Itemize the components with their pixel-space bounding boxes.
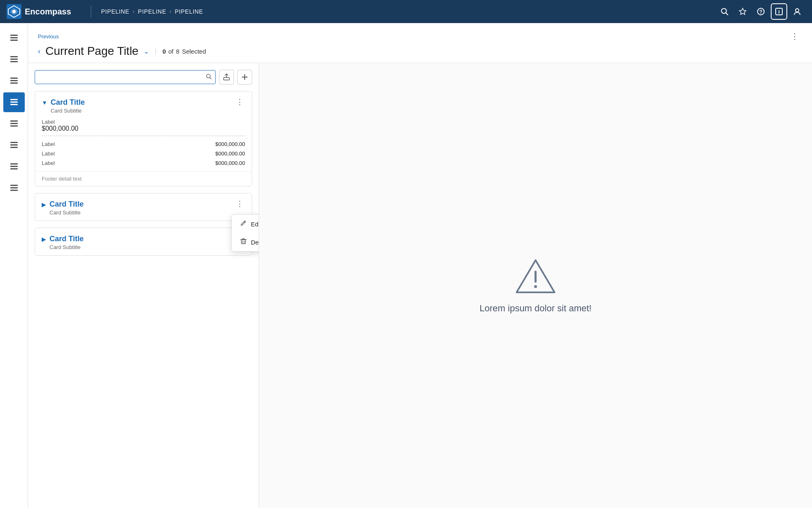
card-1-main-label: Label	[42, 119, 245, 125]
svg-point-51	[534, 285, 537, 288]
card-1: ▼ Card Title Card Subtitle ⋮ Label $000,…	[35, 91, 252, 186]
sidebar-item-2[interactable]	[3, 49, 25, 69]
card-1-footer: Footer detail text	[35, 171, 252, 186]
card-2-title-wrap: ▶ Card Title Card Subtitle	[42, 200, 84, 216]
svg-rect-27	[10, 142, 18, 143]
page-title: Current Page Title	[45, 45, 139, 58]
card-2-title[interactable]: Card Title	[50, 200, 84, 209]
svg-rect-18	[10, 78, 18, 79]
breadcrumb-item-3[interactable]: PIPELINE	[175, 8, 203, 15]
svg-text:i: i	[778, 9, 780, 15]
card-3-title-wrap: ▶ Card Title Card Subtitle	[42, 235, 84, 250]
export-button[interactable]	[219, 70, 234, 85]
sidebar-item-8[interactable]	[3, 178, 25, 198]
breadcrumb-chevron-2: ›	[170, 9, 172, 14]
svg-rect-22	[10, 101, 18, 103]
card-1-row-1: Label $000,000.00	[42, 139, 245, 149]
star-icon	[739, 7, 747, 16]
list-icon-6	[9, 141, 19, 150]
page-title-dropdown-icon[interactable]: ⌄	[144, 47, 149, 55]
add-icon	[241, 73, 248, 81]
context-menu: Edit	[231, 214, 259, 252]
card-1-title[interactable]: Card Title	[51, 98, 85, 107]
card-1-row-3-value: $000,000.00	[215, 160, 245, 166]
context-menu-delete[interactable]: Delete	[232, 233, 259, 251]
edit-icon	[240, 220, 247, 228]
card-1-row-2-label: Label	[42, 151, 55, 157]
card-1-row-3-label: Label	[42, 160, 55, 166]
card-3-chevron[interactable]: ▶	[42, 236, 46, 242]
help-button[interactable]: ?	[753, 3, 769, 20]
svg-rect-33	[10, 185, 18, 186]
svg-rect-12	[10, 35, 18, 36]
svg-rect-28	[10, 144, 18, 146]
info-button[interactable]: i	[771, 3, 787, 20]
card-2-wrapper: ▶ Card Title Card Subtitle ⋮	[35, 193, 252, 221]
card-1-body: Label $000,000.00 Label $000,000.00 Labe…	[35, 119, 252, 171]
card-1-more-button[interactable]: ⋮	[234, 98, 245, 106]
svg-rect-25	[10, 123, 18, 124]
nav-actions: ? i	[716, 3, 805, 20]
svg-rect-26	[10, 125, 18, 127]
svg-rect-16	[10, 59, 18, 60]
sidebar-item-4[interactable]	[3, 92, 25, 112]
user-button[interactable]	[789, 3, 805, 20]
card-1-chevron[interactable]: ▼	[42, 99, 47, 106]
card-2-more-button[interactable]: ⋮	[234, 200, 245, 207]
svg-rect-35	[10, 190, 18, 191]
list-icon-8	[9, 183, 19, 193]
search-input-wrap	[35, 70, 216, 84]
card-2-title-text-wrap: Card Title Card Subtitle	[50, 200, 84, 216]
main-content: Previous ⋮ ‹ Current Page Title ⌄ 0 of 8…	[28, 23, 812, 508]
svg-line-5	[726, 13, 728, 15]
breadcrumb-item-1[interactable]: PIPELINE	[101, 8, 130, 15]
sidebar-item-3[interactable]	[3, 71, 25, 91]
card-2-subtitle: Card Subtitle	[50, 209, 84, 216]
nav-divider	[91, 5, 91, 18]
breadcrumb-item-2[interactable]: PIPELINE	[138, 8, 166, 15]
search-nav-icon	[720, 7, 729, 16]
warning-icon-wrap	[515, 258, 556, 295]
sidebar-item-1[interactable]	[3, 28, 25, 48]
context-menu-edit[interactable]: Edit	[232, 215, 259, 233]
page-title-row: ‹ Current Page Title ⌄ 0 of 8 Selected	[38, 45, 802, 63]
page-nav-row: Previous ⋮	[38, 30, 802, 43]
info-icon: i	[775, 7, 783, 16]
svg-rect-38	[224, 78, 229, 80]
list-icon-4	[9, 98, 19, 107]
top-nav: Encompass PIPELINE › PIPELINE › PIPELINE…	[0, 0, 812, 23]
previous-link[interactable]: Previous	[38, 33, 59, 40]
context-menu-edit-label: Edit	[251, 221, 259, 228]
card-3-title[interactable]: Card Title	[50, 235, 84, 243]
svg-rect-24	[10, 120, 18, 122]
search-nav-button[interactable]	[716, 3, 733, 20]
page-more-button[interactable]: ⋮	[787, 30, 802, 43]
svg-rect-13	[10, 37, 18, 38]
sidebar-item-5[interactable]	[3, 114, 25, 134]
search-input[interactable]	[35, 70, 216, 84]
list-icon-5	[9, 119, 19, 128]
export-icon	[223, 73, 230, 81]
back-button[interactable]: ‹	[38, 47, 40, 56]
svg-rect-34	[10, 187, 18, 188]
warning-icon	[515, 258, 556, 295]
left-panel: ▼ Card Title Card Subtitle ⋮ Label $000,…	[28, 63, 259, 508]
svg-rect-17	[10, 61, 18, 62]
encompass-logo-icon	[7, 4, 21, 19]
sidebar-item-6[interactable]	[3, 135, 25, 155]
selection-info: 0 of 8 Selected	[156, 48, 206, 55]
card-1-main-row: Label $000,000.00	[42, 119, 245, 132]
card-2-chevron[interactable]: ▶	[42, 201, 46, 208]
svg-marker-6	[739, 8, 746, 14]
favorites-button[interactable]	[734, 3, 751, 20]
card-1-header: ▼ Card Title Card Subtitle ⋮	[35, 92, 252, 119]
sidebar-item-7[interactable]	[3, 157, 25, 176]
add-button[interactable]	[237, 70, 252, 85]
user-icon	[793, 7, 801, 16]
right-panel: Lorem ipsum dolor sit amet!	[259, 63, 812, 508]
svg-rect-19	[10, 80, 18, 81]
svg-rect-14	[10, 40, 18, 41]
app-layout: Previous ⋮ ‹ Current Page Title ⌄ 0 of 8…	[0, 23, 812, 508]
selection-count: 0	[163, 48, 166, 55]
sidebar	[0, 23, 28, 508]
